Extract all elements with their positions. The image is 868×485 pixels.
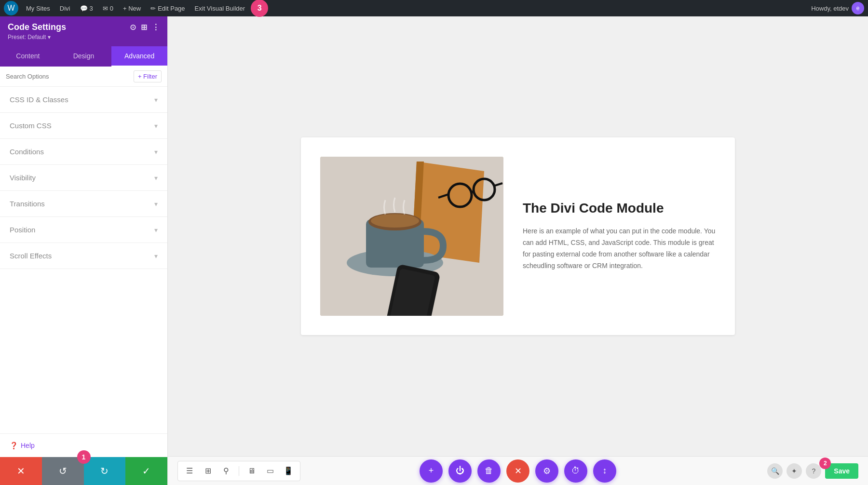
star-btn[interactable]: ✦ — [787, 463, 802, 479]
tab-content[interactable]: Content — [0, 46, 56, 67]
clock-icon: ⏱ — [571, 466, 580, 476]
comments-count: 3 — [90, 5, 93, 12]
settings-icon[interactable]: ⊙ — [130, 23, 136, 32]
sidebar-header: Code Settings ⊙ ⊞ ⋮ Preset: Default ▾ — [0, 16, 167, 46]
notification-badge-3[interactable]: 3 — [251, 0, 268, 17]
search-icon: ⚲ — [223, 466, 229, 475]
badge-1: 1 — [77, 450, 91, 464]
top-bar: W My Sites Divi 💬 3 ✉ 0 + New ✏ Edit Pag… — [0, 0, 868, 16]
sidebar: Code Settings ⊙ ⊞ ⋮ Preset: Default ▾ Co… — [0, 16, 168, 485]
divi-menu[interactable]: Divi — [56, 0, 74, 16]
add-section-btn[interactable]: + — [420, 459, 443, 483]
redo-icon: ↻ — [100, 465, 108, 477]
filter-button[interactable]: + Filter — [134, 70, 162, 82]
close-btn[interactable]: ✕ — [506, 459, 529, 483]
chevron-down-icon: ▾ — [154, 148, 158, 156]
preset-chevron-icon: ▾ — [48, 34, 51, 40]
edit-icon: ✏ — [150, 5, 156, 12]
tab-design[interactable]: Design — [56, 46, 112, 67]
save-label: Save — [834, 467, 850, 475]
edit-page-menu[interactable]: ✏ Edit Page — [147, 0, 189, 16]
help-icon: ❓ — [10, 442, 18, 449]
timer-btn[interactable]: ⏱ — [564, 459, 587, 483]
more-icon[interactable]: ⋮ — [152, 23, 160, 32]
search-right-btn[interactable]: 🔍 — [767, 463, 783, 479]
mobile-view-btn[interactable]: 📱 — [281, 463, 296, 479]
new-label: + New — [123, 5, 141, 12]
help-right-btn[interactable]: ? — [806, 463, 821, 479]
chevron-down-icon: ▾ — [154, 200, 158, 208]
accordion-custom-css[interactable]: Custom CSS ▾ — [0, 113, 167, 139]
accordion-visibility[interactable]: Visibility ▾ — [0, 165, 167, 191]
exit-vb-menu[interactable]: Exit Visual Builder — [191, 0, 249, 16]
grid-view-btn[interactable]: ⊞ — [200, 463, 216, 479]
accordion-scroll-effects[interactable]: Scroll Effects ▾ — [0, 243, 167, 269]
my-sites-menu[interactable]: My Sites — [22, 0, 54, 16]
filter-label: + Filter — [138, 73, 157, 80]
tablet-icon: ▭ — [267, 466, 274, 475]
tab-advanced[interactable]: Advanced — [111, 46, 167, 67]
accordion-position[interactable]: Position ▾ — [0, 217, 167, 243]
content-text: The Divi Code Module Here is an example … — [523, 201, 716, 271]
user-avatar[interactable]: e — [852, 2, 864, 14]
menu-icon-btn[interactable]: ☰ — [182, 463, 197, 479]
wordpress-icon[interactable]: W — [4, 1, 18, 15]
search-icon: 🔍 — [771, 467, 779, 475]
desktop-icon: 🖥 — [248, 467, 256, 475]
comments-zero-menu[interactable]: ✉ 0 — [99, 0, 117, 16]
desktop-view-btn[interactable]: 🖥 — [244, 463, 259, 479]
save-badge-2: 2 — [819, 458, 831, 469]
sidebar-title-text: Code Settings — [8, 22, 66, 32]
chevron-down-icon: ▾ — [154, 226, 158, 234]
power-icon: ⏻ — [456, 466, 464, 476]
cancel-icon: ✕ — [17, 465, 25, 477]
comments-zero-count: 0 — [110, 5, 113, 12]
search-btn[interactable]: ⚲ — [218, 463, 234, 479]
visibility-label: Visibility — [10, 174, 36, 182]
sidebar-title-icons: ⊙ ⊞ ⋮ — [130, 23, 160, 32]
delete-btn[interactable]: 🗑 — [477, 459, 501, 483]
my-sites-label: My Sites — [26, 5, 50, 12]
toolbar-center-group: + ⏻ 🗑 ✕ ⚙ ⏱ ↕ — [420, 459, 616, 483]
comment-icon: 💬 — [80, 5, 88, 12]
undo-button[interactable]: ↺ — [42, 457, 84, 485]
accordion-transitions[interactable]: Transitions ▾ — [0, 191, 167, 217]
save-button[interactable]: 2 Save — [825, 463, 858, 479]
position-label: Position — [10, 226, 35, 234]
chevron-down-icon: ▾ — [154, 174, 158, 182]
menu-icon: ☰ — [186, 466, 193, 475]
search-bar: + Filter — [0, 67, 167, 87]
css-id-label: CSS ID & Classes — [10, 95, 68, 104]
accordion-css-id[interactable]: CSS ID & Classes ▾ — [0, 87, 167, 113]
svg-point-6 — [371, 214, 419, 228]
canvas: The Divi Code Module Here is an example … — [168, 16, 868, 485]
toolbar-left-group: ☰ ⊞ ⚲ 🖥 ▭ 📱 — [177, 461, 300, 481]
sort-btn[interactable]: ↕ — [593, 459, 616, 483]
content-image — [320, 157, 503, 316]
toolbar-divider — [239, 466, 239, 476]
accordion-conditions[interactable]: Conditions ▾ — [0, 139, 167, 165]
star-icon: ✦ — [791, 467, 797, 475]
scroll-effects-label: Scroll Effects — [10, 252, 52, 260]
content-body: Here is an example of what you can put i… — [523, 226, 716, 271]
redo-button[interactable]: ↻ — [84, 457, 126, 485]
settings-btn[interactable]: ⚙ — [535, 459, 558, 483]
confirm-button[interactable]: ✓ — [125, 457, 167, 485]
plus-icon: + — [429, 466, 434, 476]
gear-icon: ⚙ — [543, 466, 551, 476]
search-input[interactable] — [6, 73, 130, 80]
comment-zero-icon: ✉ — [103, 5, 108, 12]
grid-icon[interactable]: ⊞ — [141, 23, 147, 32]
preset-selector[interactable]: Preset: Default ▾ — [8, 34, 160, 40]
sidebar-title-row: Code Settings ⊙ ⊞ ⋮ — [8, 22, 160, 32]
custom-css-label: Custom CSS — [10, 121, 52, 130]
bottom-toolbar: ☰ ⊞ ⚲ 🖥 ▭ 📱 — [168, 456, 868, 485]
cancel-button[interactable]: ✕ — [0, 457, 42, 485]
exit-vb-label: Exit Visual Builder — [195, 5, 245, 12]
transitions-label: Transitions — [10, 200, 45, 208]
new-menu[interactable]: + New — [119, 0, 145, 16]
power-btn[interactable]: ⏻ — [448, 459, 472, 483]
comments-menu[interactable]: 💬 3 — [76, 0, 97, 16]
tablet-view-btn[interactable]: ▭ — [262, 463, 278, 479]
content-card: The Divi Code Module Here is an example … — [301, 137, 735, 335]
